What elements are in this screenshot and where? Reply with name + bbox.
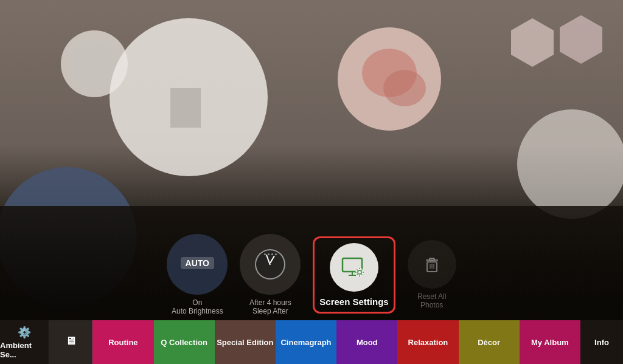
auto-brightness-control[interactable]: AUTO On Auto Brightness [167,234,228,315]
auto-brightness-circle: AUTO [167,234,228,295]
ambient-settings-icon: ⚙️ [18,326,31,339]
svg-marker-5 [511,18,554,67]
svg-point-9 [517,109,623,219]
auto-brightness-status: On Auto Brightness [172,298,223,315]
screen-settings-svg [339,252,369,283]
tabs-row: ⚙️ Ambient Se... 🖥 Routine Q Collection … [0,320,623,364]
tab-mood-label: Mood [357,338,378,347]
tab-relaxation[interactable]: Relaxation [397,320,458,364]
sleep-label: After 4 hours Sleep After [249,298,291,315]
svg-rect-3 [170,88,201,128]
tab-special-edition[interactable]: Special Edition [215,320,276,364]
svg-point-14 [355,268,364,276]
screen-settings-control[interactable]: Screen Settings [313,236,395,314]
tab-relaxation-label: Relaxation [408,338,448,347]
tab-routine-label: Routine [108,338,137,347]
tab-info[interactable]: Info [580,320,623,364]
tab-ambient[interactable]: ⚙️ Ambient Se... [0,320,49,364]
screen-settings-highlight-box: Screen Settings [313,236,395,314]
svg-line-21 [361,274,362,275]
tab-collection[interactable]: Q Collection [154,320,215,364]
reset-photos-control[interactable]: Reset All Photos [408,240,456,309]
auto-label: AUTO [181,257,214,269]
tab-mood[interactable]: Mood [336,320,397,364]
tab-myalbum[interactable]: My Album [520,320,580,364]
reset-icon [408,240,456,289]
tab-myalbum-label: My Album [531,338,569,347]
tab-ambient-label: Ambient Se... [0,341,49,359]
svg-point-8 [383,70,426,106]
bottom-panel: AUTO On Auto Brightness [0,206,623,364]
svg-line-22 [361,269,362,270]
controls-row: AUTO On Auto Brightness [0,234,623,315]
tab-routine[interactable]: Routine [92,320,153,364]
tab-info-label: Info [594,338,609,347]
svg-marker-6 [560,15,602,64]
screen-icon: 🖥 [65,335,76,348]
tab-screen[interactable]: 🖥 [49,320,92,364]
clock-icon [255,249,285,280]
tab-cinemagraph[interactable]: Cinemagraph [276,320,336,364]
reset-label: Reset All Photos [408,292,456,309]
tab-collection-label: Q Collection [161,338,207,347]
screen-settings-icon-circle [330,243,378,292]
tab-cinemagraph-label: Cinemagraph [280,338,331,347]
svg-line-23 [357,274,358,275]
sleep-circle [240,234,301,295]
svg-rect-26 [430,258,434,260]
sleep-after-control[interactable]: After 4 hours Sleep After [240,234,301,315]
tab-special-label: Special Edition [217,338,273,347]
tab-decor-label: Décor [478,338,500,347]
svg-line-20 [357,269,358,270]
tab-decor[interactable]: Décor [459,320,520,364]
screen-settings-label: Screen Settings [319,297,388,307]
